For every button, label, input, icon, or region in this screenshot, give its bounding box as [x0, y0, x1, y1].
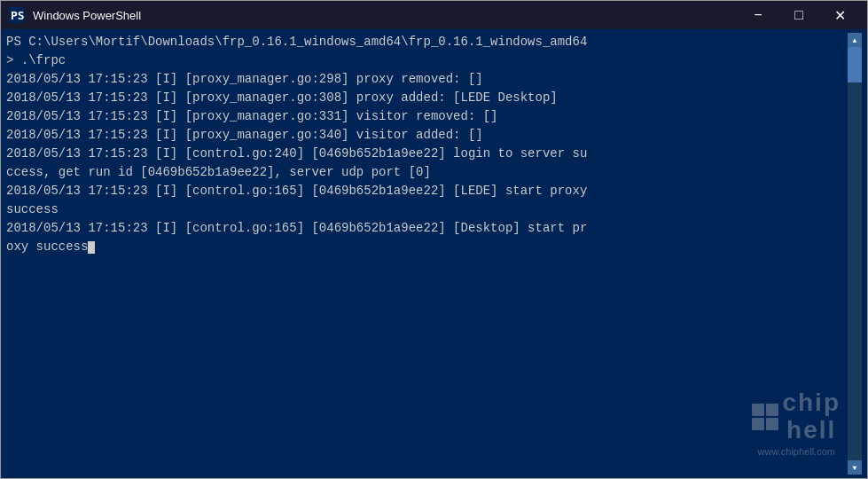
console-line: > .\frpc: [6, 51, 844, 70]
console-line: 2018/05/13 17:15:23 [I] [proxy_manager.g…: [6, 107, 844, 126]
close-button[interactable]: ✕: [819, 1, 860, 29]
console-line: ccess, get run id [0469b652b1a9ee22], se…: [6, 163, 844, 182]
window-title: Windows PowerShell: [33, 9, 738, 22]
scrollbar[interactable]: ▲ ▼: [848, 33, 862, 475]
console-line: 2018/05/13 17:15:23 [I] [control.go:165]…: [6, 219, 844, 238]
title-bar: PS Windows PowerShell − □ ✕: [1, 1, 867, 29]
minimize-button[interactable]: −: [738, 1, 778, 29]
scroll-down-arrow[interactable]: ▼: [848, 460, 862, 475]
console-line: 2018/05/13 17:15:23 [I] [control.go:240]…: [6, 145, 844, 163]
scroll-up-arrow[interactable]: ▲: [848, 33, 862, 47]
console-line: 2018/05/13 17:15:23 [I] [proxy_manager.g…: [6, 89, 844, 107]
powershell-window: PS Windows PowerShell − □ ✕ PS C:\Users\…: [0, 0, 868, 479]
svg-text:PS: PS: [11, 9, 25, 22]
console-line: 2018/05/13 17:15:23 [I] [proxy_manager.g…: [6, 70, 844, 89]
scrollbar-track[interactable]: [848, 47, 862, 460]
console-area: PS C:\Users\Mortif\Downloads\frp_0.16.1_…: [1, 29, 867, 478]
console-content[interactable]: PS C:\Users\Mortif\Downloads\frp_0.16.1_…: [6, 33, 848, 475]
cursor: [88, 241, 95, 254]
console-line: success: [6, 200, 844, 219]
maximize-button[interactable]: □: [778, 1, 819, 29]
window-controls: − □ ✕: [738, 1, 860, 29]
app-icon: PS: [8, 6, 26, 24]
console-line-last: oxy success: [6, 238, 844, 256]
console-line: 2018/05/13 17:15:23 [I] [control.go:165]…: [6, 182, 844, 200]
scrollbar-thumb[interactable]: [848, 47, 862, 82]
console-line: 2018/05/13 17:15:23 [I] [proxy_manager.g…: [6, 126, 844, 145]
console-line: PS C:\Users\Mortif\Downloads\frp_0.16.1_…: [6, 33, 844, 51]
